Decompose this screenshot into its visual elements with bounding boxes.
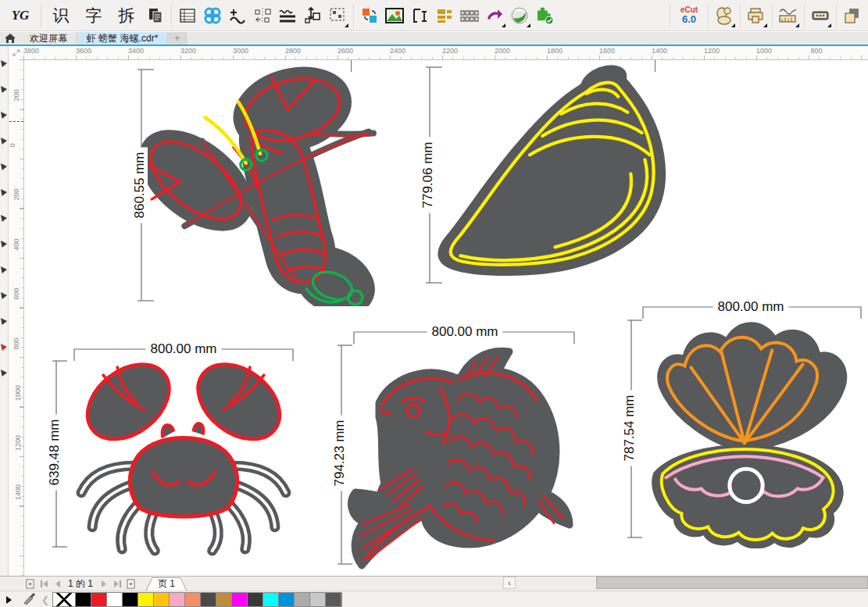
conch-shell-object[interactable]	[432, 62, 688, 289]
toolbox-tool[interactable]	[1, 215, 7, 222]
dropdown-corner	[502, 23, 505, 27]
color-swatch[interactable]	[185, 593, 201, 606]
toolbox-tool[interactable]	[1, 292, 7, 299]
hscroll-left-button[interactable]: ‹	[503, 577, 516, 589]
conch-height-dimension: 779.06 mm	[405, 62, 446, 287]
coreldraw-sphere-icon[interactable]	[508, 3, 531, 28]
home-button[interactable]	[0, 32, 20, 45]
color-swatch[interactable]	[138, 593, 154, 606]
last-page-button[interactable]	[112, 578, 123, 590]
previous-page-button[interactable]	[51, 578, 63, 590]
color-swatch[interactable]	[91, 593, 107, 606]
measure-curve-icon[interactable]	[777, 3, 800, 28]
node-align-icon[interactable]	[251, 3, 274, 28]
color-swatch[interactable]	[232, 593, 248, 606]
first-page-button[interactable]	[38, 578, 49, 590]
toolbox-tool[interactable]	[1, 163, 7, 170]
ruler-label: 0	[9, 143, 16, 147]
font-text-button[interactable]: 字	[78, 3, 109, 28]
next-page-button[interactable]	[98, 578, 110, 590]
color-swatch[interactable]	[201, 593, 216, 606]
ruler-label: 1200	[14, 434, 22, 450]
keypad-icon[interactable]	[809, 3, 832, 28]
palette-flyout-arrow-icon[interactable]	[6, 596, 12, 604]
color-swap-icon[interactable]	[358, 3, 381, 28]
tab-welcome-screen[interactable]: 欢迎屏幕	[20, 32, 77, 45]
vertical-ruler[interactable]: 2000200400600800100012001400	[9, 59, 24, 576]
dimension-label: 639.48 mm	[47, 414, 63, 490]
eyedropper-icon[interactable]	[23, 592, 37, 607]
pattern-flower-icon[interactable]	[201, 3, 224, 28]
toolbox-tool[interactable]	[1, 86, 7, 93]
koi-fish-object[interactable]	[341, 339, 584, 573]
duplicate-icon[interactable]	[841, 3, 864, 28]
color-swatch[interactable]	[76, 593, 91, 606]
bitmap-image-icon[interactable]	[383, 3, 406, 28]
hscroll-thumb[interactable]	[596, 577, 868, 589]
palette-scroll-left-icon[interactable]: ❮	[41, 595, 49, 605]
plugin-puzzle-icon[interactable]	[533, 3, 556, 28]
ruler-label: 3000	[233, 47, 248, 55]
toolbox-tool[interactable]	[1, 112, 7, 119]
add-page-after-button[interactable]	[125, 578, 137, 590]
split-text-button[interactable]: 拆	[111, 3, 142, 28]
ruler-label: 2600	[338, 47, 353, 55]
color-swatch[interactable]	[295, 593, 310, 606]
color-swatch[interactable]	[170, 593, 185, 606]
curve-plus-icon[interactable]	[226, 3, 249, 28]
gold-list-icon[interactable]	[433, 3, 456, 28]
color-swatch[interactable]	[216, 593, 232, 606]
copy-style-icon[interactable]	[144, 3, 167, 28]
ruler-label: 600	[13, 287, 20, 299]
page-tab[interactable]: 页 1	[145, 577, 188, 591]
size-swap-icon[interactable]	[301, 3, 324, 28]
clam-width-dimension: 800.00 mm	[637, 298, 865, 322]
lobster-height-dimension: 860.55 mm	[117, 66, 158, 305]
toolbox-tool[interactable]	[1, 370, 7, 377]
separator	[41, 4, 41, 27]
export-arrow-icon[interactable]	[483, 3, 506, 28]
add-page-before-button[interactable]	[24, 578, 36, 590]
left-toolbox	[0, 46, 9, 576]
copier-icon[interactable]	[745, 3, 768, 28]
toolbox-tool[interactable]	[1, 241, 7, 248]
marquee-select-icon[interactable]	[326, 3, 349, 28]
horizontal-ruler[interactable]: 3800360034003200300028002600240022002000…	[23, 46, 868, 60]
ocr-text-button[interactable]: 识	[45, 3, 77, 28]
clam-pearl-object[interactable]	[627, 309, 863, 548]
color-swatch[interactable]	[123, 593, 138, 606]
lobster-object[interactable]	[139, 62, 383, 306]
toolbox-tool[interactable]	[1, 318, 7, 325]
color-swatch[interactable]	[248, 593, 263, 606]
toolbox-tool[interactable]	[1, 266, 7, 273]
toolbox-tool[interactable]	[1, 137, 7, 145]
crab-object[interactable]	[72, 353, 295, 561]
ruler-origin-button[interactable]: ⤢	[9, 46, 24, 60]
document-tabbar: 欢迎屏幕 虾 螃蟹 海螺.cdr* +	[0, 32, 868, 45]
ruler-label: 1000	[14, 385, 22, 401]
dot-grid-icon[interactable]	[458, 3, 481, 28]
clam-height-dimension: 787.54 mm	[613, 311, 645, 545]
color-swatch[interactable]	[53, 593, 76, 606]
color-swatch[interactable]	[326, 593, 341, 606]
text-height-icon[interactable]	[408, 3, 431, 28]
dimension-label: 787.54 mm	[622, 390, 638, 466]
contacts-icon[interactable]	[713, 3, 736, 28]
color-swatch[interactable]	[310, 593, 326, 606]
toolbar-right-group: eCut 6.0	[666, 3, 865, 28]
ruler-label: 400	[13, 238, 20, 250]
tab-document[interactable]: 虾 螃蟹 海螺.cdr*	[77, 32, 168, 45]
color-swatch[interactable]	[154, 593, 170, 606]
new-tab-button[interactable]: +	[168, 32, 187, 45]
ruler-label: 3400	[128, 47, 144, 55]
ecut-badge[interactable]: eCut 6.0	[674, 3, 704, 28]
ruler-label: 1000	[756, 47, 772, 55]
color-swatch[interactable]	[279, 593, 295, 606]
table-icon[interactable]	[176, 3, 199, 28]
toolbox-tool[interactable]	[1, 344, 7, 351]
color-swatch[interactable]	[107, 593, 123, 606]
toolbox-tool[interactable]	[1, 60, 7, 67]
toolbox-tool[interactable]	[1, 189, 7, 196]
double-line-icon[interactable]	[276, 3, 299, 28]
color-swatch[interactable]	[263, 593, 279, 606]
